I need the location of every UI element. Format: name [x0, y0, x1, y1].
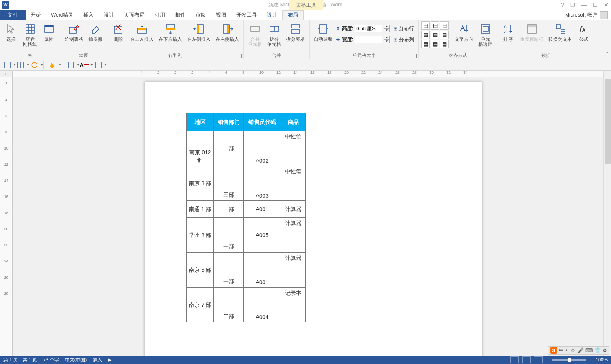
align-tr-button[interactable]: ▤: [440, 21, 449, 30]
table-cell[interactable]: A004: [244, 288, 281, 322]
table-cell[interactable]: 三部: [214, 166, 244, 201]
ime-toolbar[interactable]: S 中 •, ☺ 🎤 ⌨ 👕 ⚙: [548, 346, 609, 355]
align-br-button[interactable]: ▤: [440, 40, 449, 48]
properties-button[interactable]: 属性: [40, 21, 57, 42]
align-tl-button[interactable]: ▤: [421, 21, 430, 30]
table-cell[interactable]: A001: [244, 201, 281, 218]
table-cell[interactable]: 中性笔: [281, 166, 306, 201]
table-header[interactable]: 销售部门: [214, 113, 244, 131]
ime-cn-icon[interactable]: 中: [559, 347, 564, 354]
formula-button[interactable]: fx 公式: [575, 21, 592, 42]
ime-emoji-icon[interactable]: ☺: [571, 347, 576, 353]
qt-bucket-icon[interactable]: ▾: [48, 61, 57, 69]
table-cell[interactable]: A003: [244, 166, 281, 201]
qt-font-color-button[interactable]: A▾: [80, 61, 89, 69]
sort-button[interactable]: AZ 排序: [500, 21, 517, 42]
table-cell[interactable]: 南京 012 部: [187, 131, 214, 166]
scrollbar-thumb[interactable]: [605, 79, 611, 164]
zoom-level[interactable]: 100%: [596, 357, 608, 362]
distribute-cols-button[interactable]: ⊞分布列: [392, 35, 416, 44]
ime-mic-icon[interactable]: 🎤: [577, 347, 584, 353]
vertical-ruler[interactable]: 246810121416182022242628: [0, 77, 13, 356]
table-header[interactable]: 地区: [187, 113, 214, 131]
table-cell[interactable]: 计算器: [281, 201, 306, 218]
tab-design[interactable]: 设计: [99, 10, 119, 20]
view-gridlines-button[interactable]: 查看网格线: [21, 21, 39, 48]
table-cell[interactable]: 计算器: [281, 253, 306, 288]
table-cell[interactable]: 二部: [214, 131, 244, 166]
view-web-icon[interactable]: [534, 356, 543, 363]
status-macro-icon[interactable]: ▶: [108, 357, 111, 363]
dialog-launcher-icon[interactable]: [412, 54, 417, 58]
align-ml-button[interactable]: ▤: [421, 31, 430, 39]
insert-right-button[interactable]: 在右侧插入: [214, 21, 241, 42]
insert-above-button[interactable]: 在上方插入: [128, 21, 155, 42]
vertical-scrollbar[interactable]: [603, 71, 611, 356]
table-cell[interactable]: 二部: [214, 288, 244, 322]
table-cell[interactable]: 一部: [214, 201, 244, 218]
tab-developer[interactable]: 开发工具: [231, 10, 262, 20]
cell-margins-button[interactable]: 单元格边距: [477, 21, 494, 48]
ruler-corner[interactable]: L: [0, 71, 13, 77]
document-area[interactable]: 地区销售部门销售员代码商品 南京 012 部二部A002中性笔南京 3 部三部A…: [13, 77, 603, 356]
qt-page-icon[interactable]: ▾: [66, 61, 76, 69]
ime-skin-icon[interactable]: 👕: [594, 347, 601, 353]
ime-settings-icon[interactable]: ⚙: [602, 347, 607, 353]
autofit-button[interactable]: 自动调整: [312, 21, 334, 42]
align-mr-button[interactable]: ▤: [440, 31, 449, 39]
table-cell[interactable]: A002: [244, 131, 281, 166]
align-tc-button[interactable]: ▤: [431, 21, 439, 30]
text-direction-button[interactable]: A 文字方向: [453, 21, 475, 42]
ime-punct-icon[interactable]: •,: [566, 347, 569, 353]
tab-word-elf[interactable]: Word精灵: [46, 10, 78, 20]
height-input[interactable]: [355, 25, 382, 32]
eraser-button[interactable]: 橡皮擦: [87, 21, 104, 42]
qt-shape-icon[interactable]: ▾: [30, 61, 39, 69]
table-cell[interactable]: 常州 8 部: [187, 218, 214, 253]
horizontal-ruler[interactable]: 422246810121416182022242628303234: [13, 71, 603, 77]
collapse-ribbon-icon[interactable]: ˆ: [606, 51, 608, 57]
table-cell[interactable]: 记录本: [281, 288, 306, 322]
table-cell[interactable]: 南通 1 部: [187, 201, 214, 218]
qt-more-icon[interactable]: ⋯: [107, 61, 117, 69]
table-cell[interactable]: 一部: [214, 253, 244, 288]
align-mc-button[interactable]: ▤: [431, 31, 439, 39]
table-cell[interactable]: 中性笔: [281, 131, 306, 166]
insert-below-button[interactable]: 在下方插入: [157, 21, 184, 42]
tab-review[interactable]: 审阅: [190, 10, 211, 20]
view-read-icon[interactable]: [510, 356, 519, 363]
tab-table-design[interactable]: 设计: [262, 10, 282, 20]
height-spinner[interactable]: ▲▼: [384, 25, 390, 32]
align-bc-button[interactable]: ▤: [431, 40, 439, 48]
tab-page-layout[interactable]: 页面布局: [119, 10, 150, 20]
qt-border-icon[interactable]: ▾: [94, 61, 103, 69]
ime-keyboard-icon[interactable]: ⌨: [585, 347, 593, 353]
qt-table-icon[interactable]: ▾: [3, 61, 12, 69]
page[interactable]: 地区销售部门销售员代码商品 南京 012 部二部A002中性笔南京 3 部三部A…: [145, 82, 482, 356]
distribute-rows-button[interactable]: ⊞分布行: [392, 24, 416, 33]
minimize-icon[interactable]: —: [581, 2, 587, 8]
zoom-in-button[interactable]: +: [589, 357, 592, 362]
tab-table-layout[interactable]: 布局: [282, 10, 304, 20]
width-input[interactable]: [355, 36, 382, 43]
maximize-icon[interactable]: ☐: [593, 2, 598, 8]
table-cell[interactable]: 南京 7 部: [187, 288, 214, 322]
view-print-icon[interactable]: [522, 356, 531, 363]
status-page[interactable]: 第 1 页，共 1 页: [3, 357, 37, 363]
qt-grid-icon[interactable]: ▾: [16, 61, 26, 69]
tab-file[interactable]: 文件: [0, 10, 26, 20]
tab-view[interactable]: 视图: [211, 10, 231, 20]
zoom-slider[interactable]: [552, 359, 586, 361]
split-table-button[interactable]: 拆分表格: [284, 21, 307, 42]
dialog-launcher-icon[interactable]: [237, 54, 242, 58]
table-cell[interactable]: A005: [244, 218, 281, 253]
align-bl-button[interactable]: ▤: [421, 40, 430, 48]
status-words[interactable]: 73 个字: [43, 357, 59, 363]
table-header[interactable]: 商品: [281, 113, 306, 131]
table-cell[interactable]: 计算器: [281, 218, 306, 253]
tab-references[interactable]: 引用: [150, 10, 170, 20]
tab-home[interactable]: 开始: [26, 10, 46, 20]
convert-text-button[interactable]: 转换为文本: [547, 21, 574, 42]
table-cell[interactable]: 一部: [214, 218, 244, 253]
status-language[interactable]: 中文(中国): [65, 357, 87, 363]
